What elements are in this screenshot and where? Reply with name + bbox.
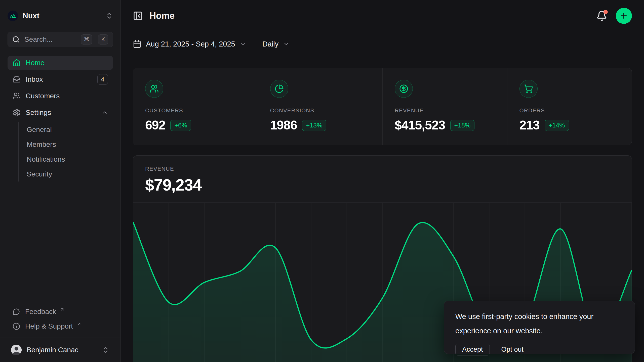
optout-cookies-button[interactable]: Opt out bbox=[501, 346, 524, 353]
sidebar-item-settings[interactable]: Settings bbox=[8, 106, 113, 120]
inbox-icon bbox=[13, 75, 21, 83]
granularity-select[interactable]: Daily bbox=[262, 40, 290, 48]
sidebar-item-general[interactable]: General bbox=[19, 122, 113, 137]
cookie-message: We use first-party cookies to enhance yo… bbox=[455, 309, 616, 338]
sidebar-item-customers[interactable]: Customers bbox=[8, 89, 113, 103]
date-range-label: Aug 21, 2025 - Sep 4, 2025 bbox=[146, 40, 235, 48]
filters-toolbar: Aug 21, 2025 - Sep 4, 2025 Daily bbox=[121, 32, 644, 56]
message-circle-icon bbox=[13, 308, 20, 315]
chevrons-up-down-icon bbox=[105, 12, 113, 20]
add-button[interactable] bbox=[616, 8, 632, 24]
stats-card: CUSTOMERS 692 +6% CONVERSIONS 1986 +13% bbox=[133, 68, 632, 145]
stat-value: $415,523 bbox=[395, 118, 445, 132]
kbd-k: K bbox=[98, 34, 108, 44]
search-placeholder: Search... bbox=[24, 35, 76, 43]
sidebar-item-home[interactable]: Home bbox=[8, 56, 113, 70]
feedback-label: Feedback bbox=[25, 308, 56, 316]
chevron-down-icon bbox=[283, 41, 290, 47]
inbox-count-badge: 4 bbox=[97, 74, 108, 85]
users-icon bbox=[145, 80, 163, 98]
search-icon bbox=[12, 36, 20, 43]
user-menu[interactable]: Benjamin Canac bbox=[8, 338, 113, 362]
stat-value: 1986 bbox=[270, 118, 297, 132]
chevron-down-icon bbox=[240, 41, 246, 47]
sidebar-footer: Feedback Help & Support Benjamin bbox=[8, 304, 113, 362]
sidebar-item-members[interactable]: Members bbox=[19, 137, 113, 152]
top-navbar: Home bbox=[121, 0, 644, 32]
info-icon bbox=[13, 323, 20, 330]
page-title: Home bbox=[149, 11, 175, 21]
stat-orders[interactable]: ORDERS 213 +14% bbox=[507, 68, 632, 145]
sidebar-item-label: Inbox bbox=[26, 75, 43, 83]
nuxt-logo-icon bbox=[8, 11, 18, 21]
workspace-name: Nuxt bbox=[23, 12, 39, 20]
granularity-label: Daily bbox=[262, 40, 278, 48]
sidebar: Nuxt Search... ⌘ K Home bbox=[0, 0, 121, 362]
settings-children: General Members Notifications Security bbox=[18, 122, 113, 182]
stat-change-badge: +14% bbox=[545, 120, 569, 131]
settings-icon bbox=[13, 109, 21, 117]
notifications-bell-icon[interactable] bbox=[596, 10, 607, 21]
users-icon bbox=[13, 92, 21, 100]
stat-revenue[interactable]: REVENUE $415,523 +18% bbox=[382, 68, 507, 145]
sidebar-item-inbox[interactable]: Inbox 4 bbox=[8, 72, 113, 86]
external-link-icon bbox=[76, 322, 82, 327]
sidebar-item-notifications[interactable]: Notifications bbox=[19, 152, 113, 167]
accept-cookies-button[interactable]: Accept bbox=[455, 344, 490, 355]
calendar-icon bbox=[133, 40, 141, 48]
help-support-link[interactable]: Help & Support bbox=[8, 319, 113, 334]
house-icon bbox=[13, 59, 21, 67]
external-link-icon bbox=[60, 307, 65, 312]
stat-value: 213 bbox=[519, 118, 540, 132]
stat-change-badge: +13% bbox=[302, 120, 327, 131]
chevron-up-icon bbox=[101, 109, 108, 116]
stat-label: REVENUE bbox=[395, 107, 495, 114]
stat-label: ORDERS bbox=[519, 107, 620, 114]
sidebar-collapse-icon[interactable] bbox=[133, 11, 143, 21]
shopping-cart-icon bbox=[519, 80, 538, 98]
help-support-label: Help & Support bbox=[25, 322, 73, 330]
workspace-switcher[interactable]: Nuxt bbox=[8, 0, 113, 32]
chevrons-up-down-icon bbox=[102, 346, 109, 354]
feedback-link[interactable]: Feedback bbox=[8, 304, 113, 319]
sidebar-item-label: Home bbox=[26, 59, 45, 67]
chart-pie-icon bbox=[270, 80, 288, 98]
stat-conversions[interactable]: CONVERSIONS 1986 +13% bbox=[258, 68, 383, 145]
kbd-cmd: ⌘ bbox=[81, 34, 92, 44]
stat-change-badge: +6% bbox=[170, 120, 191, 131]
stat-value: 692 bbox=[145, 118, 165, 132]
search-input[interactable]: Search... ⌘ K bbox=[8, 32, 113, 47]
circle-dollar-icon bbox=[395, 80, 413, 98]
stat-change-badge: +18% bbox=[450, 120, 475, 131]
sidebar-item-label: Settings bbox=[26, 109, 51, 117]
sidebar-item-label: Customers bbox=[26, 92, 60, 100]
cookie-banner: We use first-party cookies to enhance yo… bbox=[444, 301, 635, 354]
stat-customers[interactable]: CUSTOMERS 692 +6% bbox=[133, 68, 258, 145]
revenue-total: $79,234 bbox=[145, 176, 620, 194]
stat-label: CONVERSIONS bbox=[270, 107, 371, 114]
revenue-panel-label: REVENUE bbox=[145, 166, 620, 172]
stat-label: CUSTOMERS bbox=[145, 107, 246, 114]
navbar-actions bbox=[596, 8, 632, 24]
avatar bbox=[11, 345, 22, 355]
date-range-picker[interactable]: Aug 21, 2025 - Sep 4, 2025 bbox=[133, 40, 246, 48]
app-root: Nuxt Search... ⌘ K Home bbox=[0, 0, 644, 362]
sidebar-nav: Home Inbox 4 Customers Settings bbox=[8, 56, 113, 182]
notification-dot bbox=[603, 10, 608, 14]
user-name: Benjamin Canac bbox=[27, 346, 78, 354]
sidebar-item-security[interactable]: Security bbox=[19, 167, 113, 182]
